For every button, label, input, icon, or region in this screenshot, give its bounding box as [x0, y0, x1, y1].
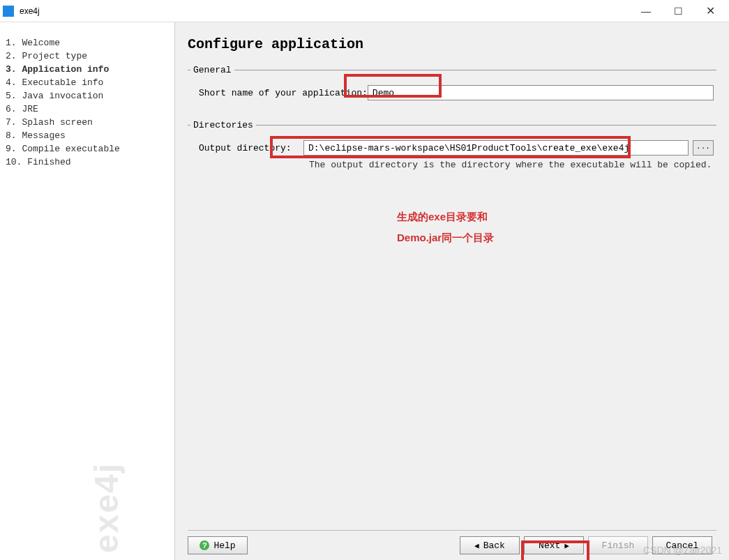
window-title: exe4j [20, 6, 630, 16]
general-fieldset: General Short name of your application: [188, 65, 716, 107]
back-label: Back [483, 540, 505, 551]
minimize-button[interactable]: — [630, 1, 662, 22]
step-messages[interactable]: 8. Messages [6, 129, 169, 142]
back-button[interactable]: ◀ Back [460, 536, 520, 554]
step-application-info[interactable]: 3. Application info [6, 63, 169, 76]
app-icon [3, 6, 14, 17]
output-dir-hint: The output directory is the directory wh… [190, 160, 714, 170]
wizard-button-bar: ? Help ◀ Back Next ▶ Finish Cancel [188, 530, 716, 554]
maximize-button[interactable]: ☐ [662, 1, 694, 22]
short-name-input[interactable] [368, 85, 714, 100]
arrow-left-icon: ◀ [474, 541, 479, 550]
help-button[interactable]: ? Help [188, 536, 248, 554]
wizard-content: Configure application General Short name… [174, 22, 729, 560]
window-controls: — ☐ ✕ [630, 1, 726, 22]
cancel-button[interactable]: Cancel [652, 536, 712, 554]
step-splash-screen[interactable]: 7. Splash screen [6, 116, 169, 129]
browse-button[interactable]: ··· [693, 140, 714, 156]
finish-label: Finish [602, 540, 635, 551]
annotation-overlay: 生成的exe目录要和 Demo.jar同一个目录 [397, 206, 716, 248]
step-jre[interactable]: 6. JRE [6, 103, 169, 116]
directories-fieldset: Directories Output directory: ··· The ou… [188, 120, 716, 173]
short-name-label: Short name of your application: [199, 88, 368, 98]
arrow-right-icon: ▶ [564, 541, 569, 550]
step-project-type[interactable]: 2. Project type [6, 50, 169, 63]
page-title: Configure application [188, 36, 716, 52]
step-executable-info[interactable]: 4. Executable info [6, 76, 169, 89]
step-finished[interactable]: 10. Finished [6, 156, 169, 169]
step-welcome[interactable]: 1. Welcome [6, 36, 169, 50]
wizard-sidebar: 1. Welcome 2. Project type 3. Applicatio… [0, 22, 174, 560]
general-legend: General [190, 65, 234, 75]
annotation-line2: Demo.jar同一个目录 [397, 227, 716, 248]
brand-watermark: exe4j [87, 462, 126, 553]
step-java-invocation[interactable]: 5. Java invocation [6, 89, 169, 103]
directories-legend: Directories [190, 120, 256, 130]
cancel-label: Cancel [666, 540, 699, 551]
close-button[interactable]: ✕ [694, 1, 726, 22]
help-label: Help [213, 540, 235, 551]
output-dir-label: Output directory: [199, 143, 303, 153]
help-icon: ? [200, 540, 209, 550]
wizard-steps: 1. Welcome 2. Project type 3. Applicatio… [6, 36, 169, 169]
annotation-line1: 生成的exe目录要和 [397, 206, 716, 227]
next-label: Next [539, 540, 560, 551]
next-button[interactable]: Next ▶ [524, 536, 584, 554]
output-dir-input[interactable] [303, 140, 689, 156]
titlebar: exe4j — ☐ ✕ [0, 0, 729, 22]
finish-button: Finish [588, 536, 648, 554]
step-compile-executable[interactable]: 9. Compile executable [6, 142, 169, 156]
